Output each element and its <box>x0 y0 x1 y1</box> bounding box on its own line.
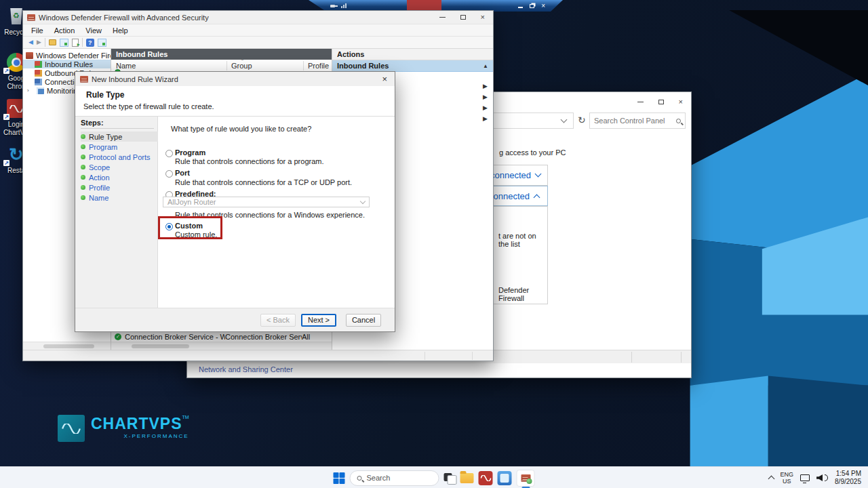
text-fragment-access: g access to your PC <box>499 148 566 157</box>
rule-name: Connection Broker Service - WMI (DCO... <box>121 333 225 341</box>
outbound-rules-icon <box>35 70 42 77</box>
control-panel-search[interactable]: Search Control Panel <box>589 113 686 129</box>
step-profile[interactable]: Profile <box>81 182 157 192</box>
step-action[interactable]: Action <box>81 172 157 182</box>
chevron-up-icon <box>534 194 540 201</box>
radio-port[interactable] <box>165 170 173 178</box>
option-port-label[interactable]: Port <box>175 169 190 177</box>
option-program-label[interactable]: Program <box>175 148 205 157</box>
menu-file[interactable]: File <box>26 25 49 36</box>
search-icon <box>676 119 681 123</box>
close-icon[interactable]: × <box>382 74 395 84</box>
maximize-icon[interactable] <box>460 15 466 20</box>
rule-row[interactable]: ✓ Connection Broker Service - WMI (DCO..… <box>111 331 332 342</box>
pin-icon[interactable] <box>330 3 337 9</box>
help-icon[interactable]: ? <box>86 39 94 47</box>
shortcut-arrow-icon: ↗ <box>3 114 9 120</box>
globe-icon <box>527 479 532 484</box>
step-name[interactable]: Name <box>81 192 157 203</box>
firewall-node-icon <box>26 52 33 59</box>
step-bullet-icon <box>81 185 85 190</box>
submenu-arrow-icon[interactable]: ▶ <box>483 104 488 111</box>
submenu-arrow-icon[interactable]: ▶ <box>483 94 488 100</box>
step-bullet-icon <box>81 195 85 200</box>
minimize-icon[interactable] <box>439 17 446 18</box>
text-fragment-networks: t are not on the list <box>498 232 547 248</box>
actions-header: Actions <box>332 49 493 60</box>
wizard-titlebar: New Inbound Rule Wizard × <box>75 72 395 86</box>
search-placeholder: Search Control Panel <box>594 117 676 125</box>
submenu-arrow-icon[interactable]: ▶ <box>483 83 488 89</box>
tree-horizontal-scrollbar[interactable] <box>23 342 111 350</box>
tree-label: Inbound Rules <box>45 60 93 68</box>
export-list-icon[interactable] <box>72 39 79 47</box>
rdp-close-icon[interactable]: × <box>541 3 545 9</box>
toolbar: ◀ ▶ ? <box>23 36 493 49</box>
network-sharing-center-link[interactable]: Network and Sharing Center <box>199 365 293 373</box>
tree-root-firewall[interactable]: Windows Defender Firewall with Advanced … <box>23 51 111 60</box>
column-name[interactable]: Name <box>111 62 226 70</box>
back-button[interactable]: < Back <box>260 314 296 327</box>
chartvps-app-icon[interactable] <box>479 471 493 485</box>
firewall-taskbar-icon[interactable] <box>517 470 535 487</box>
step-program[interactable]: Program <box>81 142 157 152</box>
export-folder-icon[interactable] <box>49 39 56 45</box>
speaker-icon[interactable] <box>816 474 823 481</box>
chevron-down-icon <box>535 171 542 178</box>
brand-tm: TM <box>182 415 189 420</box>
refresh-icon[interactable]: ↻ <box>578 115 586 125</box>
list-horizontal-scrollbar[interactable] <box>111 342 332 350</box>
column-group[interactable]: Group <box>226 62 303 70</box>
minimize-icon[interactable] <box>637 102 644 102</box>
column-profile[interactable]: Profile <box>303 62 332 70</box>
connection-signal-icon <box>341 3 347 8</box>
rdp-restore-icon[interactable] <box>530 4 534 8</box>
wizard-content: What type of rule would you like to crea… <box>158 117 395 308</box>
time: 1:54 PM <box>835 470 861 478</box>
system-settings-icon[interactable] <box>498 471 512 485</box>
step-rule-type: Rule Type <box>81 131 158 142</box>
shortcut-arrow-icon: ↗ <box>3 68 9 74</box>
file-explorer-icon[interactable] <box>460 473 474 483</box>
back-icon[interactable]: ◀ <box>28 39 33 45</box>
rdp-minimize-icon[interactable] <box>518 7 523 8</box>
search-label: Search <box>367 474 391 482</box>
language-indicator[interactable]: ENG US <box>781 471 794 485</box>
menu-view[interactable]: View <box>80 25 107 36</box>
tray-chevron-up-icon[interactable] <box>768 476 774 483</box>
radio-program[interactable] <box>165 150 173 157</box>
task-view-button[interactable] <box>444 473 456 483</box>
menu-help[interactable]: Help <box>107 25 134 36</box>
clock[interactable]: 1:54 PM 8/9/2025 <box>835 470 861 486</box>
step-bullet-icon <box>81 175 85 180</box>
start-button[interactable] <box>334 472 345 484</box>
close-icon[interactable]: × <box>679 98 683 106</box>
firewall-titlebar: Windows Defender Firewall with Advanced … <box>23 11 493 24</box>
wizard-heading: Rule Type <box>86 90 395 100</box>
taskbar-search[interactable]: Search <box>350 470 439 486</box>
recycle-bin-icon <box>9 8 23 24</box>
collapse-icon[interactable]: ▲ <box>483 63 488 69</box>
taskbar: Search ENG US 1:54 PM 8/9/2025 <box>0 466 868 488</box>
predefined-dropdown[interactable]: AllJoyn Router <box>163 197 370 207</box>
cancel-button[interactable]: Cancel <box>346 314 381 327</box>
chevron-down-icon[interactable] <box>561 117 568 123</box>
menu-bar: File Action View Help <box>23 24 493 36</box>
next-button[interactable]: Next > <box>301 314 336 327</box>
menu-action[interactable]: Action <box>49 25 81 36</box>
step-protocol-and-ports[interactable]: Protocol and Ports <box>81 152 157 162</box>
monitoring-icon <box>37 87 44 94</box>
network-icon[interactable] <box>800 474 810 481</box>
step-scope[interactable]: Scope <box>81 162 157 172</box>
list-panel-title: Inbound Rules <box>111 49 332 60</box>
show-console-tree-icon[interactable] <box>60 39 68 47</box>
close-icon[interactable]: × <box>481 14 485 21</box>
submenu-arrow-icon[interactable]: ▶ <box>483 115 488 122</box>
actions-section-inbound-rules[interactable]: Inbound Rules ▲ <box>332 60 493 72</box>
forward-icon[interactable]: ▶ <box>37 39 41 45</box>
tree-expander-icon[interactable]: › <box>27 87 34 94</box>
action-pane-icon[interactable] <box>98 39 106 47</box>
maximize-icon[interactable] <box>658 100 664 104</box>
new-inbound-rule-wizard: New Inbound Rule Wizard × Rule Type Sele… <box>75 71 395 332</box>
tree-item-inbound-rules[interactable]: Inbound Rules <box>23 60 111 68</box>
